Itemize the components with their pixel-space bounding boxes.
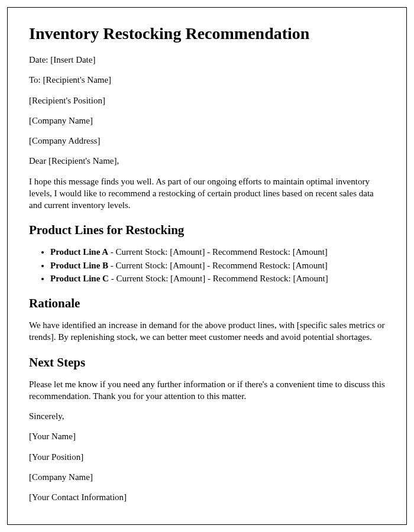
list-item: Product Line A - Current Stock: [Amount]… <box>50 246 385 258</box>
list-item: Product Line B - Current Stock: [Amount]… <box>50 259 385 271</box>
closing-your-company: [Company Name] <box>29 471 385 483</box>
product-detail: - Current Stock: [Amount] - Recommend Re… <box>108 261 328 270</box>
product-list: Product Line A - Current Stock: [Amount]… <box>50 246 385 284</box>
products-heading: Product Lines for Restocking <box>29 223 385 238</box>
company-address-line: [Company Address] <box>29 135 385 147</box>
salutation: Dear [Recipient's Name], <box>29 155 385 167</box>
document-container: Inventory Restocking Recommendation Date… <box>7 7 407 525</box>
product-detail: - Current Stock: [Amount] - Recommend Re… <box>108 247 328 257</box>
rationale-heading: Rationale <box>29 296 385 311</box>
next-steps-heading: Next Steps <box>29 355 385 370</box>
rationale-body: We have identified an increase in demand… <box>29 319 385 343</box>
closing-sincerely: Sincerely, <box>29 410 385 422</box>
product-name: Product Line B <box>50 261 108 270</box>
closing-your-position: [Your Position] <box>29 451 385 463</box>
recipient-position-line: [Recipient's Position] <box>29 95 385 106</box>
product-name: Product Line C <box>50 274 109 283</box>
product-name: Product Line A <box>50 247 108 257</box>
next-steps-body: Please let me know if you need any furth… <box>29 378 385 403</box>
intro-paragraph: I hope this message finds you well. As p… <box>29 176 385 212</box>
closing-your-contact: [Your Contact Information] <box>29 491 385 503</box>
product-detail: - Current Stock: [Amount] - Recommend Re… <box>109 274 328 283</box>
date-line: Date: [Insert Date] <box>29 54 385 66</box>
closing-your-name: [Your Name] <box>29 430 385 442</box>
to-line: To: [Recipient's Name] <box>29 74 385 86</box>
company-name-line: [Company Name] <box>29 115 385 126</box>
document-title: Inventory Restocking Recommendation <box>29 24 385 43</box>
list-item: Product Line C - Current Stock: [Amount]… <box>50 273 385 284</box>
